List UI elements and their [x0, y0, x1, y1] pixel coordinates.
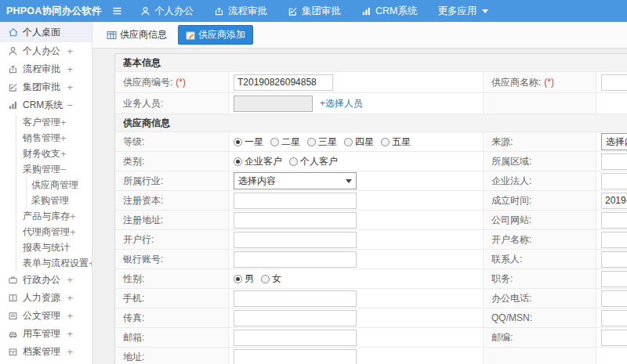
qq-input[interactable]	[601, 310, 627, 326]
address-input[interactable]	[234, 349, 357, 364]
reg-capital-label: 注册资本:	[115, 191, 229, 210]
expand-toggle[interactable]: +	[70, 211, 76, 222]
process-icon	[214, 6, 224, 16]
tab-supplier-add[interactable]: 供应商添加	[178, 25, 253, 45]
website-input[interactable]	[601, 212, 627, 229]
mobile-input[interactable]	[234, 290, 357, 307]
sidebar-item-sales-mgmt[interactable]: 销售管理 +	[16, 130, 92, 146]
choose-staff-link[interactable]: +选择人员	[320, 97, 363, 110]
bank-account-input[interactable]	[234, 251, 357, 268]
level-option-3[interactable]: 三星	[307, 135, 337, 149]
expand-toggle[interactable]: +	[60, 148, 67, 160]
sidebar-item-document-mgmt[interactable]: 公文管理 +	[0, 307, 92, 325]
expand-toggle[interactable]: +	[70, 226, 76, 238]
expand-toggle[interactable]: +	[67, 346, 73, 358]
form-row: 等级: 一星 二星 三星 四星 五星 来源: 选择	[115, 132, 627, 152]
sidebar-item-purchase[interactable]: 采购管理	[27, 193, 92, 208]
collapse-toggle[interactable]: −	[67, 99, 73, 111]
supplier-name-label: 供应商名称:(*)	[484, 72, 596, 92]
sidebar-item-group-approval[interactable]: 集团审批 +	[0, 78, 92, 96]
radio-icon	[344, 138, 353, 146]
tab-supplier-info[interactable]: 供应商信息	[102, 26, 172, 44]
sidebar-item-hr[interactable]: 人力资源 +	[0, 289, 92, 307]
expand-toggle[interactable]: +	[67, 292, 73, 304]
supplier-name-input[interactable]	[601, 74, 627, 91]
bank-input[interactable]	[234, 232, 357, 248]
topnav-group-approval[interactable]: 集团审批	[288, 5, 341, 18]
sidebar-item-form-process-settings[interactable]: 表单与流程设置 +	[16, 255, 92, 271]
staff-input[interactable]	[234, 96, 313, 112]
industry-select[interactable]: 选择内容	[234, 172, 357, 189]
tab-bar: 供应商信息 供应商添加	[92, 22, 627, 49]
email-input[interactable]	[234, 330, 357, 346]
mobile-label: 手机:	[115, 289, 229, 308]
topnav-more-apps[interactable]: 更多应用	[437, 5, 488, 18]
email-label: 邮箱:	[115, 328, 229, 347]
sidebar-item-reports[interactable]: 报表与统计	[16, 240, 92, 255]
office-phone-input[interactable]	[601, 290, 627, 307]
radio-icon	[289, 157, 298, 166]
sidebar-item-customer-mgmt[interactable]: 客户管理 +	[16, 114, 92, 130]
level-option-1[interactable]: 一星	[234, 135, 263, 149]
level-option-5[interactable]: 五星	[381, 135, 411, 149]
reg-address-input[interactable]	[234, 212, 357, 229]
gender-option-female[interactable]: 女	[261, 272, 281, 286]
topnav-personal-office[interactable]: 个人办公	[140, 5, 194, 18]
expand-toggle[interactable]: +	[67, 328, 73, 340]
sidebar-item-finance[interactable]: 财务收支 +	[16, 146, 92, 161]
sidebar-item-crm[interactable]: CRM系统 −	[0, 96, 92, 114]
account-name-input[interactable]	[601, 232, 627, 248]
sidebar-item-supplier-mgmt[interactable]: 供应商管理	[27, 177, 92, 193]
app-window: PHPOA协同办公软件 个人办公 流程审批 集团审批 CRM系统 更多应用	[0, 0, 627, 364]
topnav-process-approval[interactable]: 流程审批	[214, 5, 267, 18]
sidebar-item-admin-office[interactable]: 行政办公 +	[0, 271, 92, 289]
contact-label: 联系人:	[484, 250, 596, 268]
expand-toggle[interactable]: +	[60, 117, 67, 128]
form-row: 注册地址: 公司网站:	[115, 211, 627, 230]
expand-toggle[interactable]: +	[60, 132, 67, 144]
supplier-add-form: 基本信息 供应商编号:(*) 供应商名称:(*)	[114, 53, 627, 364]
zipcode-input[interactable]	[601, 330, 627, 346]
sidebar-item-personal-office[interactable]: 个人办公 +	[0, 42, 92, 60]
sidebar-item-product-inventory[interactable]: 产品与库存 +	[16, 208, 92, 224]
category-option-2[interactable]: 个人客户	[289, 155, 338, 168]
crm-submenu: 客户管理 + 销售管理 + 财务收支 + 采购管理 − 供应商管理	[16, 114, 92, 271]
empty-field-cell	[596, 348, 627, 364]
sidebar-item-archive-mgmt[interactable]: 档案管理 +	[0, 343, 92, 361]
expand-toggle[interactable]: +	[67, 274, 73, 286]
form-row: 银行账号: 联系人:	[115, 250, 627, 269]
reg-capital-input[interactable]	[234, 193, 357, 209]
expand-toggle[interactable]: +	[67, 63, 73, 75]
level-option-4[interactable]: 四星	[344, 135, 374, 149]
expand-toggle[interactable]: +	[67, 45, 73, 57]
gender-option-male[interactable]: 男	[234, 272, 254, 286]
sidebar-item-process-approval[interactable]: 流程审批 +	[0, 60, 92, 78]
sidebar-item-personal-desktop[interactable]: 个人桌面	[0, 22, 92, 42]
form-row: 邮箱: 邮编:	[115, 328, 627, 348]
expand-toggle[interactable]: +	[67, 310, 73, 322]
hamburger-icon[interactable]	[111, 5, 123, 16]
gender-label: 性别:	[115, 269, 229, 288]
sidebar-item-purchase-mgmt[interactable]: 采购管理 −	[16, 161, 92, 177]
region-input[interactable]	[601, 153, 627, 170]
category-option-1[interactable]: 企业客户	[234, 155, 282, 168]
person-icon	[140, 6, 150, 16]
sidebar-item-vehicle-mgmt[interactable]: 用车管理 +	[0, 325, 92, 343]
position-input[interactable]	[601, 271, 627, 287]
required-mark: (*)	[176, 77, 186, 88]
supplier-no-input[interactable]	[234, 74, 333, 91]
sidebar-item-agent-mgmt[interactable]: 代理商管理 +	[16, 224, 92, 240]
source-select[interactable]: 选择内容	[601, 133, 627, 150]
radio-icon	[307, 138, 316, 146]
fax-input[interactable]	[234, 310, 357, 326]
home-icon	[8, 27, 19, 38]
level-option-2[interactable]: 二星	[270, 135, 300, 149]
collapse-toggle[interactable]: −	[60, 164, 67, 175]
form-row: 类别: 企业客户 个人客户 所属区域:	[115, 152, 627, 171]
founded-date-input[interactable]	[601, 193, 627, 209]
legal-person-input[interactable]	[601, 173, 627, 189]
topnav-crm[interactable]: CRM系统	[361, 5, 417, 18]
archive-icon	[8, 347, 19, 358]
expand-toggle[interactable]: +	[67, 81, 73, 93]
contact-input[interactable]	[601, 251, 627, 268]
